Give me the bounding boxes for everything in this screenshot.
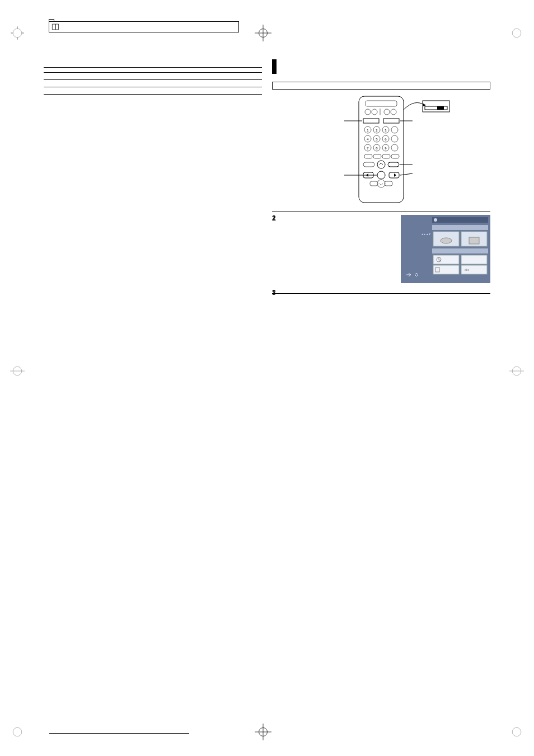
svg-point-0 (13, 29, 22, 37)
modify-index-title (44, 78, 262, 80)
svg-rect-54 (388, 162, 399, 167)
svg-rect-60 (385, 181, 392, 186)
svg-rect-70 (432, 217, 488, 223)
filename-label (49, 19, 54, 21)
svg-rect-49 (373, 154, 381, 158)
svg-point-20 (365, 109, 371, 115)
footer-meta (49, 732, 189, 734)
navigation-screen-diagram: abc ◄►▲▼ (401, 215, 490, 283)
svg-rect-58 (370, 181, 378, 186)
svg-point-10 (13, 727, 22, 736)
svg-rect-18 (359, 96, 404, 203)
svg-point-22 (384, 109, 390, 115)
svg-text:3: 3 (385, 129, 387, 132)
svg-point-30 (391, 126, 398, 133)
svg-point-59 (377, 180, 385, 187)
svg-text:7: 7 (367, 147, 369, 150)
svg-point-23 (391, 109, 396, 115)
svg-point-21 (372, 109, 377, 115)
svg-rect-52 (363, 162, 374, 167)
svg-point-38 (391, 144, 398, 151)
svg-text:abc: abc (465, 268, 470, 271)
svg-rect-51 (391, 154, 399, 158)
svg-text:1: 1 (367, 129, 369, 132)
scan-title (272, 210, 490, 212)
register-disc-title (272, 292, 490, 294)
svg-point-53 (377, 161, 385, 168)
svg-point-74 (441, 238, 452, 243)
svg-rect-82 (461, 255, 487, 264)
svg-rect-76 (469, 237, 479, 244)
registration-mark-icon (10, 364, 25, 378)
svg-rect-19 (366, 101, 397, 106)
svg-rect-78 (433, 255, 459, 264)
svg-text:◄►▲▼: ◄►▲▼ (421, 233, 431, 236)
book-icon (51, 23, 59, 31)
svg-text:4: 4 (367, 138, 369, 141)
delete-playlist-title (44, 71, 262, 73)
svg-point-56 (377, 171, 385, 179)
registration-mark-icon (10, 26, 25, 40)
svg-text:6: 6 (385, 138, 387, 141)
svg-rect-83 (433, 265, 459, 274)
registration-mark-icon (10, 725, 25, 739)
svg-rect-48 (364, 154, 372, 158)
svg-rect-26 (383, 119, 399, 123)
svg-rect-68 (437, 106, 444, 110)
svg-text:2: 2 (376, 129, 378, 132)
remote-control-diagram: 123 456 789 (303, 93, 460, 205)
svg-line-65 (400, 173, 413, 175)
registration-mark-icon (509, 364, 524, 378)
svg-rect-50 (382, 154, 390, 158)
svg-point-34 (391, 135, 398, 142)
registration-mark-icon (509, 725, 524, 739)
svg-text:5: 5 (376, 138, 378, 141)
svg-rect-25 (363, 119, 379, 123)
title-bar-icon (272, 59, 277, 74)
svg-text:8: 8 (376, 147, 378, 150)
crosshair-icon (255, 724, 271, 740)
svg-rect-77 (432, 248, 488, 253)
modify-category-title (44, 93, 262, 95)
modify-playlist-name-title (44, 86, 262, 87)
svg-rect-72 (432, 225, 488, 230)
svg-text:9: 9 (385, 147, 387, 150)
svg-point-11 (512, 727, 521, 736)
svg-point-71 (434, 218, 437, 222)
